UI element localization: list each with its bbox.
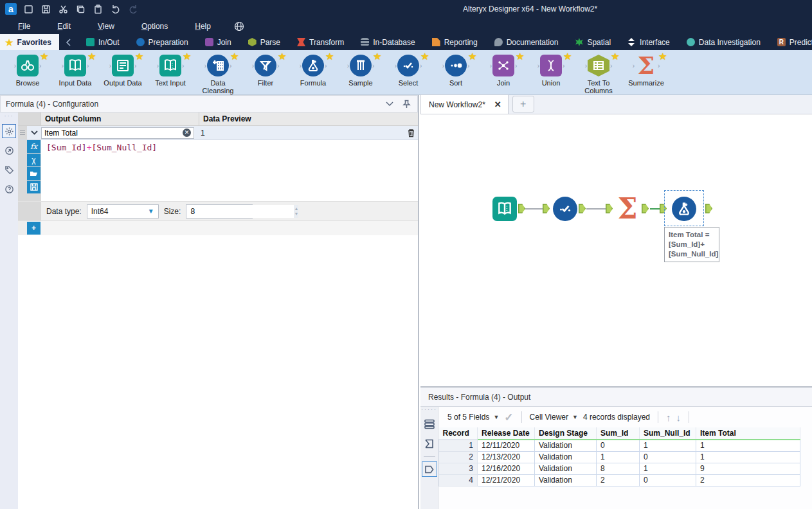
add-expression-button[interactable]: +	[27, 222, 41, 235]
col-sum-id[interactable]: Sum_Id	[597, 427, 640, 440]
tab-documentation[interactable]: Documentation	[486, 34, 567, 50]
help-icon[interactable]	[2, 182, 16, 196]
scroll-down-icon[interactable]: ↓	[676, 412, 681, 423]
tab-predictive[interactable]: RPredictive	[769, 34, 812, 50]
results-grid-icon[interactable]	[422, 416, 437, 432]
tab-preparation[interactable]: Preparation	[128, 34, 197, 50]
node-text-input[interactable]	[492, 197, 517, 221]
records-displayed-text: 4 records displayed	[583, 413, 650, 422]
cell-viewer-dropdown[interactable]: Cell Viewer▼	[530, 413, 578, 422]
functions-fx-icon[interactable]: fx	[27, 140, 41, 153]
input-anchor[interactable]	[606, 204, 613, 213]
menu-options[interactable]: Options	[134, 19, 176, 33]
palette-tool-select[interactable]: ››★ Select	[384, 53, 432, 87]
interface-icon	[627, 38, 636, 46]
clear-field-icon[interactable]: ✕	[183, 129, 191, 137]
tab-indatabase[interactable]: In-Database	[352, 34, 423, 50]
tab-favorites[interactable]: ★ Favorites	[0, 34, 59, 50]
new-workflow-tab-button[interactable]: +	[512, 96, 534, 112]
redo-icon[interactable]	[127, 4, 138, 15]
undo-icon[interactable]	[110, 4, 121, 15]
node-formula[interactable]	[672, 197, 696, 221]
collapse-chevron-icon[interactable]	[384, 98, 395, 110]
palette-tool-formula[interactable]: ››★ Formula	[289, 53, 337, 87]
variables-icon[interactable]: χ	[27, 154, 41, 166]
connector-1[interactable]	[525, 208, 545, 210]
new-file-icon[interactable]	[23, 4, 34, 15]
palette-tool-output-data[interactable]: ››★ Output Data	[99, 53, 147, 87]
tab-inout[interactable]: In/Out	[78, 34, 128, 50]
close-tab-icon[interactable]: ✕	[494, 100, 501, 109]
col-item-total[interactable]: Item Total	[696, 427, 800, 440]
row-grip-icon[interactable]	[18, 126, 27, 139]
tab-reporting[interactable]: Reporting	[424, 34, 486, 50]
globe-icon[interactable]	[234, 21, 244, 31]
menu-file[interactable]: File	[10, 19, 38, 33]
fields-dropdown[interactable]: 5 of 5 Fields▼	[447, 413, 499, 422]
palette-tool-sample[interactable]: ››★ Sample	[337, 53, 384, 87]
favorite-star-icon: ★	[516, 51, 524, 62]
expand-chevron-icon[interactable]	[27, 130, 41, 135]
palette-tool-filter[interactable]: ››★ Filter	[242, 53, 289, 87]
node-summarize[interactable]: Σ	[615, 197, 640, 221]
output-anchor[interactable]	[642, 204, 649, 213]
output-anchor[interactable]	[705, 204, 712, 213]
tab-join[interactable]: Join	[197, 34, 240, 50]
table-row[interactable]: 2 12/13/2020 Validation 1 0 1	[439, 451, 800, 463]
paste-icon[interactable]	[93, 4, 104, 15]
output-column-input[interactable]	[44, 129, 183, 138]
formula-field-row[interactable]: ✕ 1	[18, 126, 418, 140]
input-anchor-icon[interactable]	[422, 436, 437, 451]
palette-tool-text-input[interactable]: ››★ Text Input	[147, 53, 194, 87]
connector-2[interactable]	[586, 208, 606, 210]
palette-tool-data-cleansing[interactable]: ››★ Data Cleansing	[194, 53, 242, 94]
size-spinner[interactable]: ▲▼	[294, 205, 298, 218]
size-input[interactable]	[186, 205, 294, 218]
results-table[interactable]: Record Release Date Design Stage Sum_Id …	[438, 427, 800, 487]
output-anchor[interactable]	[579, 204, 586, 213]
tab-spatial[interactable]: Spatial	[566, 34, 619, 50]
palette-tool-input-data[interactable]: ››★ Input Data	[51, 53, 99, 87]
cut-icon[interactable]	[58, 4, 69, 15]
save-icon[interactable]	[41, 4, 51, 15]
palette-tool-browse[interactable]: ››★ Browse	[4, 53, 51, 87]
tab-interface[interactable]: Interface	[619, 34, 678, 50]
tab-parse[interactable]: Parse	[240, 34, 289, 50]
col-record[interactable]: Record	[439, 427, 478, 440]
navigation-icon[interactable]	[2, 143, 16, 157]
data-type-select[interactable]: Int64▼	[87, 204, 159, 219]
col-release-date[interactable]: Release Date	[478, 427, 535, 440]
table-row[interactable]: 3 12/16/2020 Validation 8 1 9	[439, 463, 800, 474]
menu-help[interactable]: Help	[187, 19, 219, 33]
palette-tool-sort[interactable]: ››★ Sort	[432, 53, 480, 87]
expression-editor[interactable]: [Sum_Id]+[Sum_Null_Id]	[41, 140, 418, 201]
col-design-stage[interactable]: Design Stage	[535, 427, 597, 440]
delete-field-icon[interactable]	[404, 129, 418, 138]
output-anchor[interactable]	[518, 204, 525, 213]
node-select[interactable]	[553, 197, 577, 221]
palette-tool-union[interactable]: ››★ Union	[527, 53, 575, 87]
output-anchor-icon[interactable]	[422, 461, 437, 477]
open-expression-icon[interactable]	[27, 167, 41, 180]
table-row[interactable]: 1 12/11/2020 Validation 0 1 1	[439, 440, 800, 451]
workflow-canvas[interactable]: Σ Item Total = [Sum_Id]+ [Sum_Null_Id]	[420, 114, 812, 386]
palette-tool-summarize[interactable]: ›Σ›★ Summarize	[622, 53, 670, 87]
tab-data-investigation[interactable]: Data Investigation	[678, 34, 769, 50]
palette-tool-text-to-columns[interactable]: ››★ Text To Columns	[575, 53, 622, 94]
col-sum-null-id[interactable]: Sum_Null_Id	[640, 427, 696, 440]
tag-icon[interactable]	[2, 163, 16, 177]
save-expression-icon[interactable]	[27, 181, 41, 193]
input-anchor[interactable]	[543, 204, 550, 213]
configuration-gear-icon[interactable]	[2, 124, 16, 138]
scroll-left-icon[interactable]	[59, 34, 78, 50]
apply-check-icon[interactable]: ✓	[504, 411, 513, 424]
menu-edit[interactable]: Edit	[50, 19, 78, 33]
pin-icon[interactable]	[401, 98, 412, 110]
scroll-up-icon[interactable]: ↑	[666, 412, 671, 423]
copy-icon[interactable]	[75, 4, 86, 15]
palette-tool-join[interactable]: ››★ Join	[480, 53, 527, 87]
menu-view[interactable]: View	[90, 19, 122, 33]
tab-transform[interactable]: Transform	[289, 34, 352, 50]
workflow-tab[interactable]: New Workflow2* ✕	[420, 94, 509, 114]
table-row[interactable]: 4 12/21/2020 Validation 2 0 2	[439, 474, 800, 486]
